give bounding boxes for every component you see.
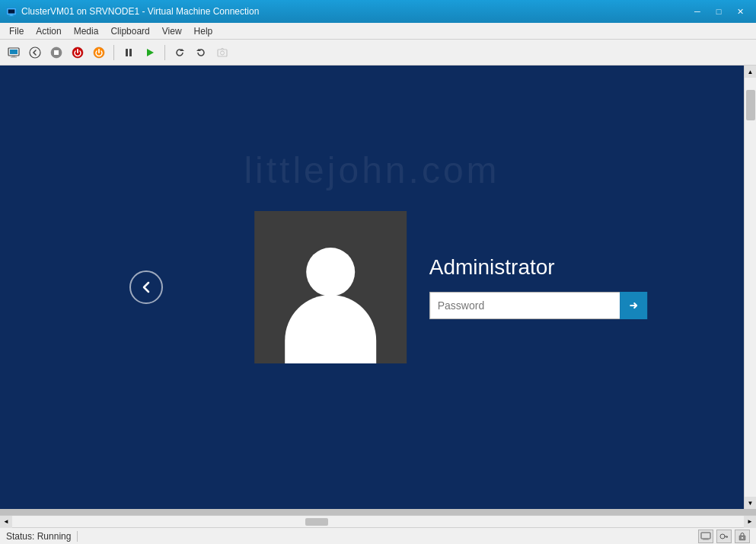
menu-help[interactable]: Help xyxy=(188,23,219,39)
svg-rect-22 xyxy=(703,539,709,540)
login-form: Administrator xyxy=(429,255,647,319)
status-label: Status: Running xyxy=(6,531,71,542)
scroll-thumb-vertical[interactable] xyxy=(746,90,755,120)
monitor-status-icon xyxy=(698,530,713,543)
menu-action[interactable]: Action xyxy=(30,23,67,39)
svg-point-23 xyxy=(720,534,725,539)
snapshot-icon xyxy=(216,46,228,59)
toolbar-back-btn[interactable] xyxy=(26,43,44,62)
password-row xyxy=(429,292,647,319)
toolbar-connect-btn[interactable] xyxy=(5,43,23,62)
svg-rect-6 xyxy=(12,56,15,57)
monitor-icon xyxy=(700,532,711,541)
viewport-wrapper: littlejohn.com Administrator xyxy=(0,66,756,509)
menu-media[interactable]: Media xyxy=(68,23,105,39)
reset-icon xyxy=(174,46,186,59)
menu-file[interactable]: File xyxy=(3,23,30,39)
pause-icon xyxy=(123,46,135,59)
toolbar-power-btn[interactable] xyxy=(90,43,108,62)
undo-icon xyxy=(195,46,207,59)
menu-clipboard[interactable]: Clipboard xyxy=(104,23,155,39)
stop-icon xyxy=(50,46,62,59)
user-avatar-tile xyxy=(254,211,407,363)
svg-rect-7 xyxy=(11,56,17,57)
toolbar-stop-btn[interactable] xyxy=(47,43,65,62)
status-divider xyxy=(77,531,78,542)
scroll-thumb-horizontal[interactable] xyxy=(305,518,328,526)
scroll-left-arrow[interactable]: ◄ xyxy=(0,516,12,528)
username-label: Administrator xyxy=(429,255,647,280)
svg-rect-18 xyxy=(218,50,227,56)
scroll-track-horizontal xyxy=(12,516,744,527)
connect-icon xyxy=(7,46,21,59)
toolbar xyxy=(0,40,756,66)
toolbar-undo-btn[interactable] xyxy=(192,43,210,62)
password-submit-button[interactable] xyxy=(620,292,647,319)
power-icon xyxy=(93,46,105,59)
toolbar-pause-btn[interactable] xyxy=(120,43,138,62)
scroll-down-arrow[interactable]: ▼ xyxy=(745,497,757,509)
key-icon xyxy=(719,532,729,541)
svg-rect-14 xyxy=(129,49,132,56)
svg-rect-5 xyxy=(10,50,18,54)
toolbar-shutdown-btn[interactable] xyxy=(69,43,87,62)
svg-rect-1 xyxy=(8,9,15,13)
back-icon xyxy=(29,46,41,59)
svg-point-25 xyxy=(742,537,743,539)
vertical-scrollbar[interactable]: ▲ ▼ xyxy=(744,66,756,509)
key-status-icon xyxy=(716,530,732,543)
lock-status-icon xyxy=(735,530,750,543)
resume-icon xyxy=(144,46,156,59)
shutdown-icon xyxy=(72,46,84,59)
submit-arrow-icon xyxy=(627,299,640,312)
menu-bar: File Action Media Clipboard View Help xyxy=(0,23,756,40)
vm-watermark: littlejohn.com xyxy=(0,149,744,191)
password-input[interactable] xyxy=(429,292,620,319)
person-silhouette xyxy=(285,248,376,363)
svg-rect-10 xyxy=(54,50,59,55)
toolbar-snapshot-btn[interactable] xyxy=(213,43,231,62)
svg-rect-21 xyxy=(703,539,708,539)
scroll-up-arrow[interactable]: ▲ xyxy=(745,66,757,78)
window-title: ClusterVM01 on SRVNODE1 - Virtual Machin… xyxy=(21,6,259,17)
main-area: littlejohn.com Administrator xyxy=(0,66,756,515)
svg-point-19 xyxy=(221,51,225,55)
svg-rect-13 xyxy=(126,49,128,56)
toolbar-resume-btn[interactable] xyxy=(141,43,159,62)
login-container: Administrator xyxy=(254,211,647,363)
status-bar: Status: Running xyxy=(0,527,756,544)
menu-view[interactable]: View xyxy=(156,23,188,39)
scroll-right-arrow[interactable]: ► xyxy=(744,516,756,528)
svg-rect-2 xyxy=(10,14,13,15)
restore-button[interactable]: □ xyxy=(709,4,729,19)
vm-viewport[interactable]: littlejohn.com Administrator xyxy=(0,66,744,509)
horizontal-scrollbar[interactable]: ◄ ► xyxy=(0,515,756,527)
back-arrow-icon xyxy=(139,280,154,295)
app-icon xyxy=(6,6,17,17)
separator-1 xyxy=(113,45,114,60)
person-head xyxy=(306,248,355,296)
status-text: Status: Running xyxy=(6,531,698,542)
status-icons xyxy=(698,530,750,543)
close-button[interactable]: ✕ xyxy=(730,4,750,19)
svg-marker-15 xyxy=(147,49,154,56)
title-bar: ClusterVM01 on SRVNODE1 - Virtual Machin… xyxy=(0,0,756,23)
person-body xyxy=(285,295,376,363)
title-bar-left: ClusterVM01 on SRVNODE1 - Virtual Machin… xyxy=(6,6,259,17)
title-bar-buttons: ─ □ ✕ xyxy=(687,4,750,19)
lock-icon xyxy=(737,532,748,541)
svg-rect-20 xyxy=(701,533,710,539)
svg-point-8 xyxy=(30,47,40,58)
minimize-button[interactable]: ─ xyxy=(687,4,707,19)
separator-2 xyxy=(164,45,165,60)
toolbar-reset-btn[interactable] xyxy=(171,43,189,62)
back-circle-button[interactable] xyxy=(129,270,163,304)
